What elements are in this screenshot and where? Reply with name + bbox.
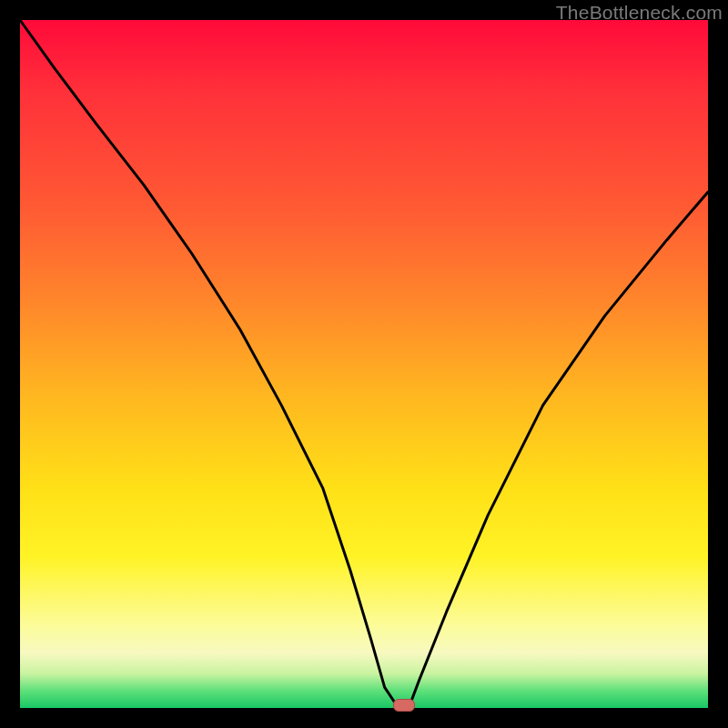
chart-frame: TheBottleneck.com (0, 0, 728, 728)
bottleneck-curve (20, 20, 708, 708)
minimum-marker (393, 699, 415, 712)
plot-area (20, 20, 708, 708)
